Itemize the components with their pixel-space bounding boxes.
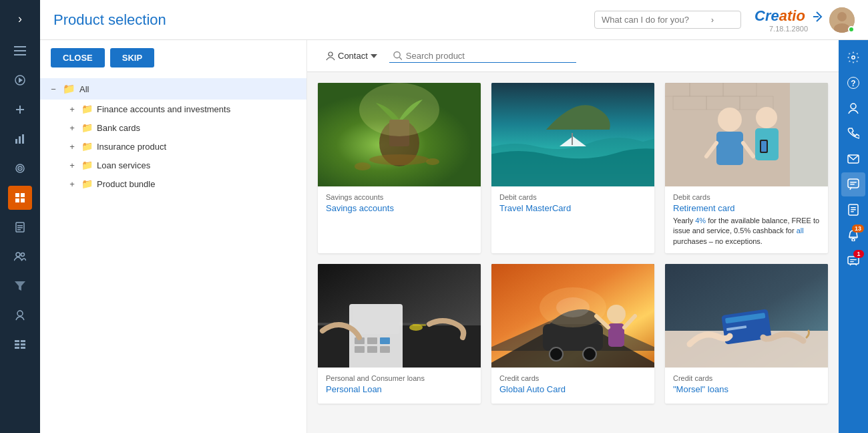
product-grid: Savings accounts Savings accounts [307,72,839,414]
product-card-savings[interactable]: Savings accounts Savings accounts [318,83,481,253]
svg-rect-66 [353,307,399,334]
chat-icon-btn[interactable] [841,172,865,196]
product-card-travel[interactable]: Debit cards Travel MasterCard [491,83,654,253]
skip-button[interactable]: SKIP [110,48,154,67]
svg-rect-97 [851,209,856,210]
tree-toggle-bankcards[interactable]: + [67,122,77,133]
svg-line-37 [399,57,402,60]
card-image-retirement [665,83,828,186]
product-area: Contact [307,40,839,433]
online-status-dot [848,26,855,33]
search-chevron-icon: › [711,15,714,25]
tree-label-all: All [79,84,89,94]
card-title-auto: Global Auto Card [499,384,646,394]
phone-icon-btn[interactable] [841,122,865,146]
svg-rect-96 [851,207,856,208]
user-avatar[interactable] [829,7,855,33]
product-card-morsel[interactable]: Credit cards "Morsel" loans [665,264,828,404]
nav-chart-icon[interactable] [8,127,32,151]
folder-icon-loans: 📁 [81,160,93,170]
nav-filter-icon[interactable] [8,274,32,298]
nav-doc-icon[interactable] [8,215,32,239]
tree-toggle-insurance[interactable]: + [67,141,77,152]
svg-marker-4 [19,78,23,83]
messages-badge: 1 [853,250,864,258]
svg-point-79 [607,305,626,323]
nav-user-icon[interactable] [8,303,32,327]
svg-point-41 [369,154,429,165]
nav-grid2-icon[interactable] [8,333,32,357]
svg-rect-7 [15,139,17,144]
svg-rect-19 [17,227,23,229]
product-card-personal-loan[interactable]: Personal and Consumer loans Personal Loa… [318,264,481,404]
svg-marker-23 [15,281,25,291]
nav-menu-icon[interactable] [8,39,32,63]
nav-play-icon[interactable] [8,68,32,92]
settings-icon-btn[interactable] [841,45,865,69]
svg-rect-70 [355,346,365,353]
email-icon-btn[interactable] [841,147,865,171]
svg-rect-27 [15,343,19,345]
svg-point-78 [583,347,596,361]
svg-rect-1 [14,50,26,51]
svg-rect-72 [380,346,390,353]
contacts-icon-btn[interactable] [841,96,865,120]
svg-rect-93 [850,182,857,183]
header-search-input[interactable] [602,15,708,25]
svg-point-82 [556,297,590,317]
card-category-auto: Credit cards [499,374,646,382]
svg-point-55 [718,108,742,132]
product-card-auto[interactable]: Credit cards Global Auto Card [491,264,654,404]
header-search-bar[interactable]: › [594,11,741,29]
svg-point-21 [16,253,20,257]
svg-rect-9 [22,134,24,144]
tree-item-insurance[interactable]: + 📁 Insurance product [61,137,306,156]
svg-rect-16 [21,198,25,202]
feed-icon-btn[interactable] [841,198,865,222]
help-icon-btn[interactable]: ? [841,71,865,95]
tree-toggle-all[interactable]: − [48,84,59,94]
svg-rect-15 [15,198,19,202]
card-category-personal-loan: Personal and Consumer loans [326,374,473,382]
messages-icon-btn[interactable]: 1 [841,249,865,273]
nav-target-icon[interactable] [8,156,32,180]
svg-rect-29 [15,347,19,349]
tree-item-finance[interactable]: + 📁 Finance accounts and investments [61,100,306,118]
nav-add-icon[interactable] [8,98,32,122]
svg-rect-69 [380,337,390,344]
svg-point-22 [21,253,25,257]
svg-rect-30 [21,347,25,349]
highlight-1: 4% [695,216,706,225]
card-content-retirement: Debit cards Retirement card Yearly 4% fo… [665,186,828,253]
card-image-auto [491,264,654,368]
tree-item-bundle[interactable]: + 📁 Product bundle [61,174,306,193]
folder-icon-bankcards: 📁 [81,122,93,133]
svg-point-43 [426,158,439,165]
svg-text:?: ? [851,79,855,88]
svg-point-99 [852,239,855,241]
svg-rect-18 [17,225,23,227]
close-button[interactable]: CLOSE [51,48,105,67]
tree-toggle-finance[interactable]: + [67,104,77,114]
nav-collapse-btn[interactable]: › [8,7,32,31]
product-search-input[interactable] [406,51,572,61]
tree-item-loans[interactable]: + 📁 Loan services [61,156,306,174]
sidebar: CLOSE SKIP − 📁 All + 📁 Finance accounts … [40,40,307,433]
notifications-icon-btn[interactable]: 13 [841,223,865,247]
tree-item-bankcards[interactable]: + 📁 Bank cards [61,118,306,137]
contact-selector[interactable]: Contact [320,48,383,63]
tree-toggle-bundle[interactable]: + [67,178,77,189]
svg-rect-6 [16,109,24,110]
svg-rect-20 [17,229,21,231]
nav-people-icon[interactable] [8,245,32,269]
product-search-bar[interactable] [389,49,576,63]
svg-rect-13 [15,193,19,197]
card-image-morsel [665,264,828,368]
tree-toggle-loans[interactable]: + [67,160,77,170]
tree-item-all[interactable]: − 📁 All [40,78,306,100]
nav-products-icon[interactable] [8,186,32,210]
svg-point-24 [17,311,23,316]
card-desc-retirement: Yearly 4% for the available balance, FRE… [673,216,820,247]
product-card-retirement[interactable]: Debit cards Retirement card Yearly 4% fo… [665,83,828,253]
svg-rect-98 [851,211,854,212]
